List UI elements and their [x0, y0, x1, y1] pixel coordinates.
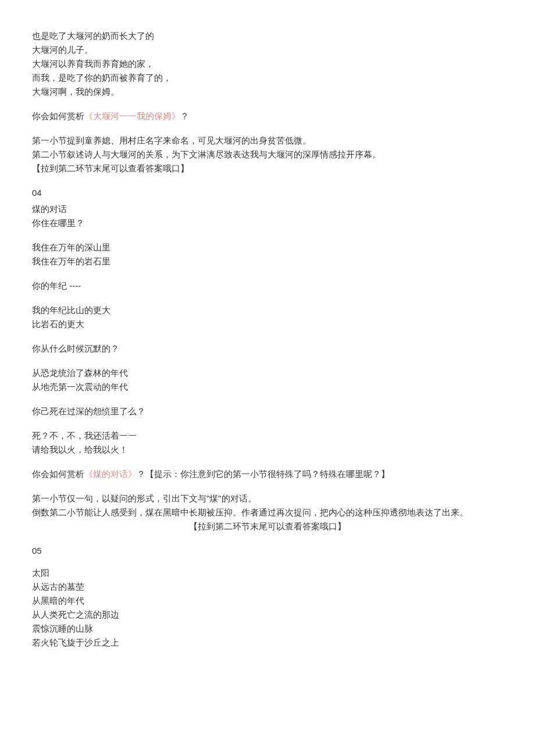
section5-stanza1: 太阳 从远古的墓茔 从黑暗的年代 从人类死亡之流的那边 震惊沉睡的山脉 若火轮飞…	[32, 566, 503, 650]
poem-line: 从恐龙统治了森林的年代	[32, 366, 503, 380]
section4-stanza6: 从恐龙统治了森林的年代 从地壳第一次震动的年代	[32, 366, 503, 394]
question-link: 《大堰河一一我的保姆》	[84, 111, 180, 121]
answer-line: 第一小节仅一句，以疑问的形式，引出下文与"煤"的对话。	[32, 492, 503, 506]
section-number-05: 05	[32, 544, 503, 558]
poem-line: 死？不，不，我还活着一一	[32, 429, 503, 443]
answer-hint: 【拉到第二环节末尾可以查看答案哦口】	[189, 521, 346, 531]
section4-title-stanza: 煤的对话 你住在哪里？	[32, 202, 503, 230]
poem-line: 你的年纪 ----	[32, 279, 503, 293]
poem-line: 大堰河以养育我而养育她的家，	[32, 57, 503, 71]
section3-stanza1: 也是吃了大堰河的奶而长大了的 大堰河的儿子。 大堰河以养育我而养育她的家， 而我…	[32, 29, 503, 99]
section4-stanza7: 你己死在过深的怨愤里了么？	[32, 404, 503, 418]
poem-line: 大堰河啊，我的保姆。	[32, 85, 503, 99]
poem-title: 煤的对话	[32, 202, 503, 216]
section4-stanza3: 你的年纪 ----	[32, 279, 503, 293]
poem-line: 你己死在过深的怨愤里了么？	[32, 404, 503, 418]
poem-line: 从地壳第一次震动的年代	[32, 380, 503, 394]
poem-line: 也是吃了大堰河的奶而长大了的	[32, 29, 503, 43]
poem-line: 你从什么时候沉默的？	[32, 342, 503, 356]
question-text-pre: 你会如何赏析	[32, 469, 84, 479]
question-link: 《煤的对话》	[84, 469, 137, 479]
poem-line: 我住在万年的岩石里	[32, 255, 503, 268]
poem-title: 太阳	[32, 566, 503, 580]
poem-line: 比岩石的更大	[32, 317, 503, 331]
poem-line: 我的年纪比山的更大	[32, 303, 503, 317]
answer-hint: 【拉到第二环节末尾可以查看答案哦口】	[32, 162, 503, 175]
section4-stanza8: 死？不，不，我还活着一一 请给我以火，给我以火！	[32, 429, 503, 457]
section-number-04: 04	[32, 186, 503, 200]
section4-answer: 第一小节仅一句，以疑问的形式，引出下文与"煤"的对话。 倒数第二小节能让人感受到…	[32, 492, 503, 519]
answer-line: 倒数第二小节能让人感受到，煤在黑暗中长期被压抑。作者通过再次提问，把内心的这种压…	[32, 506, 503, 519]
poem-line: 从远古的墓茔	[32, 580, 503, 594]
poem-line: 从人类死亡之流的那边	[32, 608, 503, 622]
section4-stanza2: 我住在万年的深山里 我住在万年的岩石里	[32, 241, 503, 268]
section4-stanza4: 我的年纪比山的更大 比岩石的更大	[32, 303, 503, 331]
poem-line: 若火轮飞旋于沙丘之上	[32, 636, 503, 650]
poem-line: 震惊沉睡的山脉	[32, 622, 503, 636]
answer-line: 第二小节叙述诗人与大堰河的关系，为下文淋漓尽致表达我与大堰河的深厚情感拉开序幕。	[32, 148, 503, 162]
poem-line: 请给我以火，给我以火！	[32, 443, 503, 457]
section4-stanza5: 你从什么时候沉默的？	[32, 342, 503, 356]
section3-answer: 第一小节提到童养媳、用村庄名字来命名，可见大堰河的出身贫苦低微。 第二小节叙述诗…	[32, 134, 503, 175]
question-text-post: ？【提示：你注意到它的第一小节很特殊了吗？特殊在哪里呢？】	[137, 469, 390, 479]
poem-line: 从黑暗的年代	[32, 594, 503, 608]
poem-line: 你住在哪里？	[32, 216, 503, 230]
question-text-post: ？	[180, 111, 189, 121]
poem-line: 而我，是吃了你的奶而被养育了的，	[32, 71, 503, 85]
section4-question: 你会如何赏析《煤的对话》？【提示：你注意到它的第一小节很特殊了吗？特殊在哪里呢？…	[32, 467, 503, 481]
answer-line: 第一小节提到童养媳、用村庄名字来命名，可见大堰河的出身贫苦低微。	[32, 134, 503, 148]
section4-answer-hint: 【拉到第二环节末尾可以查看答案哦口】	[32, 519, 503, 533]
question-text-pre: 你会如何赏析	[32, 111, 84, 121]
poem-line: 大堰河的儿子。	[32, 43, 503, 57]
poem-line: 我住在万年的深山里	[32, 241, 503, 255]
section3-question: 你会如何赏析《大堰河一一我的保姆》？	[32, 109, 503, 123]
